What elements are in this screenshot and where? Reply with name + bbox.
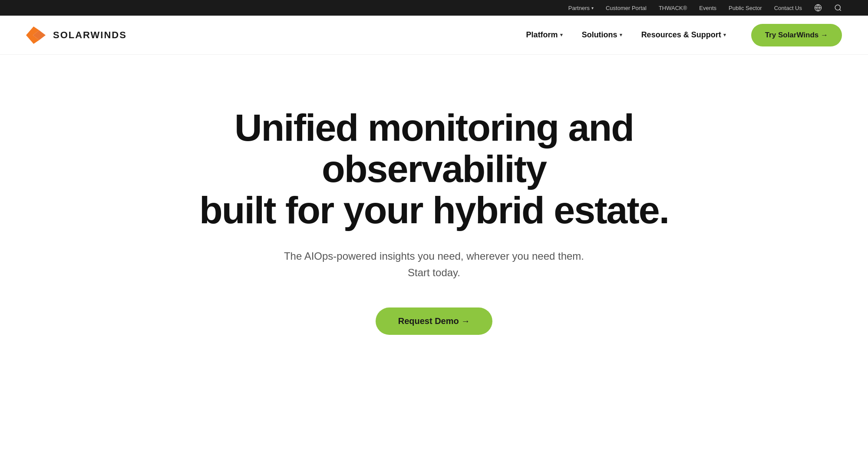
topbar-thwack[interactable]: THWACK® bbox=[659, 5, 687, 11]
logo[interactable]: SOLARWINDS bbox=[26, 26, 127, 44]
hero-subtitle-line2: Start today. bbox=[408, 267, 460, 278]
topbar-contact-us[interactable]: Contact Us bbox=[774, 5, 802, 11]
topbar-public-sector[interactable]: Public Sector bbox=[729, 5, 762, 11]
partners-chevron-icon: ▾ bbox=[591, 6, 594, 10]
solarwinds-logo-icon bbox=[26, 26, 49, 44]
hero-title: Unified monitoring and observability bui… bbox=[130, 107, 738, 231]
search-icon[interactable] bbox=[834, 4, 842, 12]
globe-icon[interactable] bbox=[814, 4, 822, 12]
nav-solutions-label: Solutions bbox=[582, 30, 617, 40]
nav-platform-label: Platform bbox=[526, 30, 558, 40]
nav-platform[interactable]: Platform ▾ bbox=[518, 26, 571, 44]
topbar-customer-portal-label: Customer Portal bbox=[606, 5, 647, 11]
logo-text: SOLARWINDS bbox=[53, 30, 127, 41]
hero-subtitle: The AIOps-powered insights you need, whe… bbox=[284, 248, 584, 281]
platform-chevron-icon: ▾ bbox=[560, 32, 563, 38]
request-demo-button[interactable]: Request Demo → bbox=[376, 307, 493, 335]
nav-links: Platform ▾ Solutions ▾ Resources & Suppo… bbox=[518, 26, 734, 44]
nav-resources-support[interactable]: Resources & Support ▾ bbox=[634, 26, 734, 44]
topbar-customer-portal[interactable]: Customer Portal bbox=[606, 5, 647, 11]
hero-title-line2: built for your hybrid estate. bbox=[199, 188, 669, 231]
svg-point-1 bbox=[835, 5, 840, 10]
topbar-public-sector-label: Public Sector bbox=[729, 5, 762, 11]
nav-solutions[interactable]: Solutions ▾ bbox=[574, 26, 630, 44]
try-solarwinds-button[interactable]: Try SolarWinds → bbox=[751, 24, 842, 46]
top-utility-bar: Partners ▾ Customer Portal THWACK® Event… bbox=[0, 0, 868, 16]
hero-title-line1: Unified monitoring and observability bbox=[234, 106, 634, 190]
hero-section: Unified monitoring and observability bui… bbox=[0, 55, 868, 378]
topbar-partners-label: Partners bbox=[568, 5, 590, 11]
solutions-chevron-icon: ▾ bbox=[620, 32, 622, 38]
topbar-thwack-label: THWACK® bbox=[659, 5, 687, 11]
topbar-events[interactable]: Events bbox=[699, 5, 716, 11]
topbar-partners[interactable]: Partners ▾ bbox=[568, 5, 594, 11]
hero-subtitle-line1: The AIOps-powered insights you need, whe… bbox=[284, 250, 584, 262]
main-navigation: SOLARWINDS Platform ▾ Solutions ▾ Resour… bbox=[0, 16, 868, 55]
topbar-contact-us-label: Contact Us bbox=[774, 5, 802, 11]
nav-resources-support-label: Resources & Support bbox=[641, 30, 721, 40]
resources-chevron-icon: ▾ bbox=[723, 32, 726, 38]
topbar-events-label: Events bbox=[699, 5, 716, 11]
